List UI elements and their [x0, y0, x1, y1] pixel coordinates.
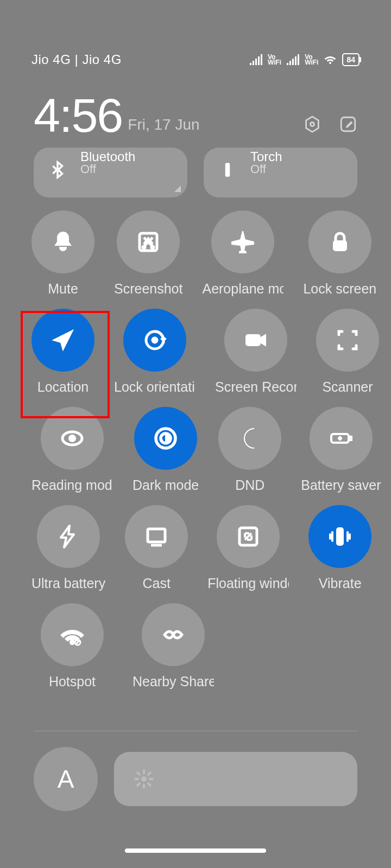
svg-marker-0 [306, 117, 319, 132]
cast-icon[interactable] [125, 505, 188, 568]
tile-battsave[interactable]: Battery saver [301, 407, 381, 493]
carrier-text: Jio 4G | Jio 4G [31, 52, 122, 67]
svg-line-29 [137, 773, 140, 775]
tile-subtitle: Off [250, 162, 282, 176]
wifi-icon [324, 52, 337, 67]
scan-icon[interactable] [316, 309, 379, 372]
svg-point-24 [141, 776, 147, 782]
svg-rect-3 [225, 163, 230, 177]
cam-icon[interactable] [224, 309, 287, 372]
lock-icon[interactable] [308, 210, 371, 273]
nav-pill[interactable] [125, 848, 266, 853]
date: Fri, 17 Jun [128, 116, 199, 133]
tile-nearby[interactable]: Nearby Share [133, 603, 214, 690]
tile-screenshot[interactable]: Screenshot [114, 210, 182, 297]
tile-ultrabatt[interactable]: Ultra battery [31, 505, 105, 591]
tile-label: Lock orientation [114, 379, 195, 395]
tile-label: DND [235, 477, 264, 493]
battplus-icon[interactable] [310, 407, 373, 470]
auto-brightness-label: A [58, 764, 74, 794]
qs-header: 4:56 Fri, 17 Jun [34, 97, 357, 135]
brightness-bar: A [34, 747, 357, 811]
hotspot-icon[interactable] [41, 603, 104, 666]
location-icon[interactable] [31, 309, 94, 372]
tile-label: Screenshot [114, 281, 182, 297]
tile-airplane[interactable]: Aeroplane mode [202, 210, 283, 297]
svg-point-5 [142, 245, 146, 249]
battery-icon: 84 [342, 53, 360, 66]
tile-label: Nearby Share [133, 674, 214, 690]
status-bar: Jio 4G | Jio 4G VoWiFi VoWiFi 84 [0, 49, 391, 71]
tile-label: Lock screen [303, 281, 376, 297]
vowifi-icon: VoWiFi [305, 54, 318, 65]
brightness-icon [134, 769, 154, 789]
nearby-icon[interactable] [142, 603, 205, 666]
bluetooth-tile[interactable]: BluetoothOff [34, 148, 187, 197]
torch-icon [217, 159, 238, 181]
plane-icon[interactable] [211, 210, 274, 273]
eye-icon[interactable] [41, 407, 104, 470]
dark-icon[interactable] [134, 407, 197, 470]
bell-icon[interactable] [31, 210, 94, 273]
tile-scanner[interactable]: Scanner [316, 309, 379, 395]
svg-rect-7 [333, 241, 346, 251]
tile-floating[interactable]: Floating windows [207, 505, 289, 591]
auto-brightness-button[interactable]: A [34, 747, 98, 811]
tile-screenrec[interactable]: Screen Recorder [215, 309, 297, 395]
clock: 4:56 [34, 97, 122, 135]
svg-rect-21 [337, 528, 343, 545]
tile-label: Mute [48, 281, 78, 297]
svg-point-13 [69, 435, 75, 442]
tile-label: Scanner [322, 379, 373, 395]
svg-point-1 [310, 123, 314, 126]
svg-line-32 [148, 773, 150, 775]
expand-icon[interactable] [174, 186, 181, 192]
tile-mute[interactable]: Mute [31, 210, 94, 297]
screenshot-icon[interactable] [117, 210, 180, 273]
tile-label: Dark mode [133, 477, 199, 493]
tile-label: Location [37, 379, 89, 395]
vowifi-icon: VoWiFi [268, 54, 281, 65]
rotate-icon[interactable] [123, 309, 186, 372]
svg-line-31 [137, 783, 140, 786]
tile-dnd[interactable]: DND [218, 407, 281, 493]
tile-label: Screen Recorder [215, 379, 297, 395]
moon-icon[interactable] [218, 407, 281, 470]
tile-lockorient[interactable]: Lock orientation [114, 309, 195, 395]
signal-bars-icon [287, 54, 299, 65]
tile-label: Ultra battery [31, 576, 105, 591]
bluetooth-icon [47, 159, 68, 181]
svg-line-30 [148, 783, 150, 786]
edit-icon[interactable] [339, 115, 357, 133]
tile-label: Battery saver [301, 477, 381, 493]
tile-label: Reading mode [31, 477, 113, 493]
tile-label: Vibrate [319, 576, 362, 591]
tile-label: Hotspot [49, 674, 96, 690]
tile-vibrate[interactable]: Vibrate [308, 505, 371, 591]
qs-grid: MuteScreenshotAeroplane modeLock screenL… [31, 210, 360, 701]
tile-cast[interactable]: Cast [125, 505, 188, 591]
svg-rect-18 [148, 529, 165, 542]
tile-lockscreen[interactable]: Lock screen [303, 210, 376, 297]
tile-label: Aeroplane mode [202, 281, 283, 297]
signal-bars-icon [250, 54, 262, 65]
brightness-slider[interactable] [114, 752, 357, 806]
settings-icon[interactable] [303, 115, 321, 133]
tile-label: Cast [142, 576, 170, 591]
svg-rect-11 [246, 335, 260, 346]
svg-point-6 [151, 245, 155, 249]
tile-hotspot[interactable]: Hotspot [31, 603, 113, 690]
tile-location[interactable]: Location [31, 309, 94, 395]
tile-label: Floating windows [207, 576, 289, 591]
tile-subtitle: Off [80, 162, 135, 176]
bolt-icon[interactable] [37, 505, 100, 568]
tile-reading[interactable]: Reading mode [31, 407, 113, 493]
svg-rect-17 [350, 436, 352, 441]
float-icon[interactable] [217, 505, 280, 568]
divider [34, 731, 357, 731]
svg-rect-10 [153, 338, 156, 342]
tile-darkmode[interactable]: Dark mode [133, 407, 199, 493]
torch-tile[interactable]: TorchOff [204, 148, 357, 197]
large-tiles-row: BluetoothOff TorchOff [34, 148, 357, 197]
vibrate-icon[interactable] [308, 505, 371, 568]
